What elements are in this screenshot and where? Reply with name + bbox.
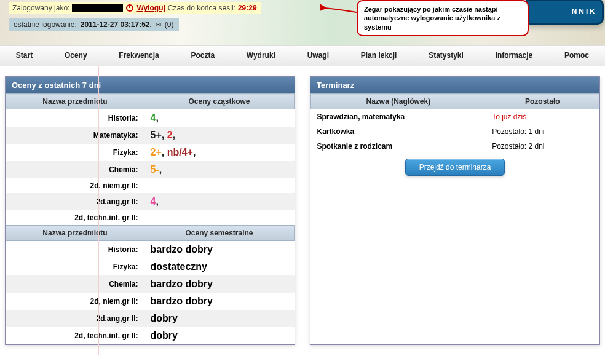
menu-item-statystyki[interactable]: Statystyki [425,51,467,60]
grades-cell: 5+, 2, [144,127,295,144]
schedule-box-title: Terminarz [310,77,599,93]
logo-text: NNIK [572,7,597,16]
username-redacted [72,4,123,12]
grades-cell: 4, [144,193,295,210]
login-info-bar: Zalogowany jako: Wyloguj Czas do końca s… [9,2,261,14]
col-partial-grades: Oceny cząstkowe [144,94,295,109]
grade-separator: , [156,113,158,123]
schedule-button-row: Przejdź do terminarza [310,154,599,181]
menu-item-plan lekcji[interactable]: Plan lekcji [357,51,401,60]
menu-item-uwagi[interactable]: Uwagi [304,51,333,60]
subject-cell: Historia: [6,109,144,127]
go-to-schedule-button[interactable]: Przejdź do terminarza [405,159,505,176]
semester-grade-cell: dostateczny [144,258,295,275]
partial-grades-table: Nazwa przedmiotu Oceny cząstkowe Histori… [6,93,295,344]
main-menu: StartOcenyFrekwencjaPocztaWydrukiUwagiPl… [0,46,605,66]
col-event-name: Nazwa (Nagłówek) [311,94,486,109]
semester-grade-cell: dobry [144,327,295,344]
semester-row: Fizyka:dostateczny [6,258,295,275]
event-remaining-cell: To już dziś [486,109,599,125]
menu-item-wydruki[interactable]: Wydruki [243,51,279,60]
event-remaining-cell: Pozostało: 2 dni [486,139,599,154]
subject-cell: 2d, techn.inf. gr II: [6,327,144,344]
schedule-row: Sprawdzian, matematykaTo już dziś [311,109,599,125]
grade-mark[interactable]: 5+ [151,130,162,140]
grade-mark[interactable]: nb/4+ [167,147,193,157]
semester-grade-cell: dobry [144,310,295,327]
grade-row: Fizyka:2+, nb/4+, [6,144,295,161]
semester-row: Chemia:bardzo dobry [6,275,295,293]
col-semester-grades: Oceny semestralne [144,226,295,241]
subject-cell: Chemia: [6,161,144,178]
subject-cell: 2d, niem.gr II: [6,178,144,193]
grade-mark[interactable]: 5- [151,164,159,175]
grades-box: Oceny z ostatnich 7 dni Nazwa przedmiotu… [5,76,295,345]
power-icon [125,4,134,12]
grade-mark[interactable]: 2+ [151,147,162,157]
grades-cell: 4, [144,109,295,127]
grades-cell [144,178,295,193]
callout-box: Zegar pokazujący po jakim czasie nastąpi… [357,0,529,36]
logo-badge: NNIK [524,0,604,25]
semester-grade-cell: bardzo dobry [144,275,295,293]
grades-cell: 5-, [144,161,295,178]
semester-row: Historia:bardzo dobry [6,241,295,259]
menu-item-oceny[interactable]: Oceny [61,51,91,60]
menu-item-frekwencja[interactable]: Frekwencja [115,51,162,60]
semester-row: 2d, niem.gr II:bardzo dobry [6,293,295,310]
grade-separator: , [193,147,196,157]
session-label: Czas do końca sesji: [168,4,235,12]
semester-grade-cell: bardzo dobry [144,241,295,259]
event-name-cell: Spotkanie z rodzicam [311,139,486,154]
grade-separator: , [173,130,175,140]
semester-grade-cell: bardzo dobry [144,293,295,310]
event-name-cell: Kartkówka [311,124,486,139]
mail-icon[interactable]: ✉ [156,21,161,29]
last-login-value: 2011-12-27 03:17:52, [81,20,152,29]
grade-mark[interactable]: 2 [167,130,173,140]
grade-row: Matematyka:5+, 2, [6,127,295,144]
logged-as-label: Zalogowany jako: [12,4,69,12]
event-remaining-cell: Pozostało: 1 dni [486,124,599,139]
subject-cell: Chemia: [6,275,144,293]
semester-row: 2d, techn.inf. gr II:dobry [6,327,295,344]
subject-cell: 2d,ang,gr II: [6,310,144,327]
grade-row: 2d,ang,gr II:4, [6,193,295,210]
subject-cell: Historia: [6,241,144,259]
subject-cell: Matematyka: [6,127,144,144]
col-subject: Nazwa przedmiotu [6,94,144,109]
grades-box-title: Oceny z ostatnich 7 dni [6,77,295,93]
subject-cell: 2d,ang,gr II: [6,193,144,210]
session-time: 29:29 [238,4,257,12]
grades-cell: 2+, nb/4+, [144,144,295,161]
grade-row: 2d, techn.inf. gr II: [6,210,295,226]
grade-separator: , [162,147,167,157]
grade-separator: , [159,164,162,175]
grade-row: Historia:4, [6,109,295,127]
semester-row: 2d,ang,gr II:dobry [6,310,295,327]
menu-item-informacje[interactable]: Informacje [492,51,537,60]
subject-cell: Fizyka: [6,258,144,275]
subject-cell: 2d, niem.gr II: [6,293,144,310]
grade-separator: , [162,130,167,140]
schedule-row: Spotkanie z rodzicamPozostało: 2 dni [311,139,599,154]
mail-count: (0) [165,20,174,29]
grade-row: Chemia:5-, [6,161,295,178]
grade-row: 2d, niem.gr II: [6,178,295,193]
header-banner: Zalogowany jako: Wyloguj Czas do końca s… [0,0,605,46]
grade-separator: , [156,196,158,207]
content-area: Oceny z ostatnich 7 dni Nazwa przedmiotu… [0,66,605,355]
logout-link[interactable]: Wyloguj [136,4,165,12]
event-name-cell: Sprawdzian, matematyka [311,109,486,125]
col-remaining: Pozostało [486,94,599,109]
schedule-table: Nazwa (Nagłówek) Pozostało Sprawdzian, m… [310,93,599,154]
subject-cell: Fizyka: [6,144,144,161]
last-login-label: ostatnie logowanie: [14,20,77,29]
menu-item-start[interactable]: Start [12,51,36,60]
menu-item-poczta[interactable]: Poczta [187,51,218,60]
menu-item-pomoc[interactable]: Pomoc [561,51,593,60]
subject-cell: 2d, techn.inf. gr II: [6,210,144,226]
last-login-bar: ostatnie logowanie: 2011-12-27 03:17:52,… [9,18,179,31]
schedule-box: Terminarz Nazwa (Nagłówek) Pozostało Spr… [310,76,600,345]
grades-cell [144,210,295,226]
